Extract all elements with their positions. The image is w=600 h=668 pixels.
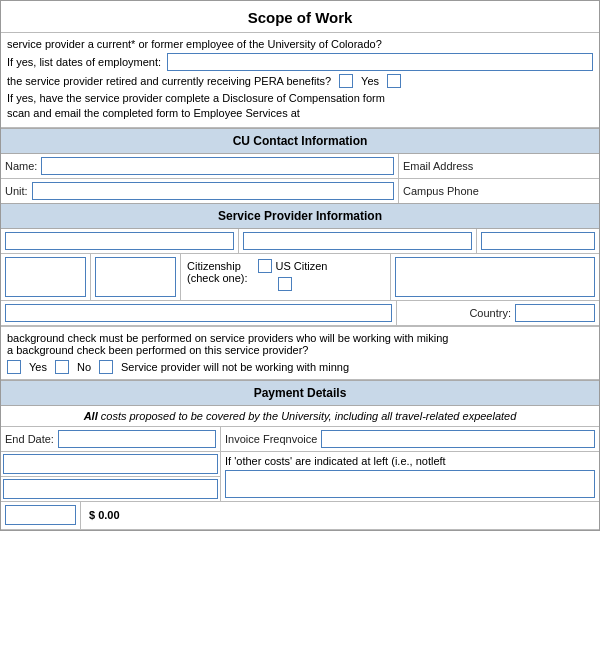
citizenship-inner: Citizenship (check one): US Citizen	[185, 257, 386, 291]
unit-row: Unit: Campus Phone	[1, 179, 599, 203]
end-date-input[interactable]	[58, 430, 216, 448]
payment-row3: $ 0.00	[1, 502, 599, 530]
sp-cell3	[477, 229, 599, 253]
bg-line1: background check must be performed on se…	[7, 332, 593, 344]
total-left	[1, 502, 81, 529]
payment-rest: costs proposed to be covered by the Univ…	[98, 410, 517, 422]
payment-all: All	[84, 410, 98, 422]
end-date-cell: End Date:	[1, 427, 221, 451]
bg-yes-label: Yes	[29, 361, 47, 373]
bg-checkboxes: Yes No Service provider will not be work…	[7, 360, 593, 374]
phone-label: Campus Phone	[403, 185, 479, 197]
phone-right: Campus Phone	[399, 182, 599, 200]
sp-input1[interactable]	[5, 232, 234, 250]
sp-row1	[1, 229, 599, 254]
disclosure-line1: If yes, have the service provider comple…	[7, 91, 593, 106]
pera-row: the service provider retired and current…	[7, 74, 593, 88]
unit-label: Unit:	[5, 185, 28, 197]
other-costs-input[interactable]	[225, 470, 595, 498]
employment-row: If yes, list dates of employment:	[7, 53, 593, 71]
sp-input-left2[interactable]	[95, 257, 176, 297]
bg-line2: a background check been performed on thi…	[7, 344, 593, 356]
invoice-cell: Invoice Freqnvoice	[221, 427, 599, 451]
sp-input-left[interactable]	[5, 257, 86, 297]
name-input[interactable]	[41, 157, 394, 175]
employment-date-input[interactable]	[167, 53, 593, 71]
us-citizen-checkbox[interactable]	[258, 259, 272, 273]
other-costs-label: If 'other costs' are indicated at left (…	[225, 455, 595, 467]
bg-yes-checkbox[interactable]	[7, 360, 21, 374]
citizenship-label: Citizenship	[187, 260, 248, 272]
us-citizen-label: US Citizen	[276, 260, 328, 272]
sp-row3-cell1	[1, 301, 397, 325]
payment-row2: If 'other costs' are indicated at left (…	[1, 452, 599, 502]
citizenship-check-label: (check one):	[187, 272, 248, 284]
name-label: Name:	[5, 160, 37, 172]
bg-not-working-label: Service provider will not be working wit…	[121, 361, 349, 373]
cu-contact-header: CU Contact Information	[1, 128, 599, 154]
payment-right: If 'other costs' are indicated at left (…	[221, 452, 599, 501]
sp-row3: Country:	[1, 301, 599, 326]
sp-cell-right	[391, 254, 600, 300]
sp-cell1	[1, 229, 239, 253]
name-left: Name:	[1, 154, 399, 178]
payment-left-top-input[interactable]	[3, 454, 218, 474]
country-label: Country:	[469, 307, 511, 319]
total-label: $ 0.00	[89, 509, 120, 521]
sp-row3-cell2: Country:	[397, 301, 599, 325]
employment-label: If yes, list dates of employment:	[7, 56, 161, 68]
unit-input[interactable]	[32, 182, 394, 200]
country-input[interactable]	[515, 304, 595, 322]
pera-checkbox[interactable]	[339, 74, 353, 88]
sp-input2[interactable]	[243, 232, 472, 250]
unit-left: Unit:	[1, 179, 399, 203]
payment-italic: All costs proposed to be covered by the …	[1, 406, 599, 427]
sp-input3[interactable]	[481, 232, 595, 250]
bg-no-label: No	[77, 361, 91, 373]
page-title: Scope of Work	[1, 1, 599, 32]
bg-not-working-checkbox[interactable]	[99, 360, 113, 374]
end-date-label: End Date:	[5, 433, 54, 445]
payment-left-bottom-input[interactable]	[3, 479, 218, 499]
citizenship-label-block: Citizenship (check one):	[185, 257, 250, 287]
sp-cell2	[239, 229, 477, 253]
sp-header: Service Provider Information	[1, 203, 599, 229]
pera-yes-label: Yes	[361, 75, 379, 87]
preamble-line1: service provider a current* or former em…	[7, 38, 593, 50]
sp-cell-left2	[91, 254, 181, 300]
payment-header: Payment Details	[1, 380, 599, 406]
other-citizen-row	[278, 277, 328, 291]
payment-row1: End Date: Invoice Freqnvoice	[1, 427, 599, 452]
email-label: Email Address	[403, 160, 473, 172]
sp-citizenship-cell: Citizenship (check one): US Citizen	[181, 254, 391, 300]
sp-row3-input1[interactable]	[5, 304, 392, 322]
citizenship-options: US Citizen	[258, 259, 328, 291]
sp-row2: Citizenship (check one): US Citizen	[1, 254, 599, 301]
sp-cell-left	[1, 254, 91, 300]
background-section: background check must be performed on se…	[1, 326, 599, 380]
invoice-input[interactable]	[321, 430, 595, 448]
invoice-label: Invoice Freqnvoice	[225, 433, 317, 445]
name-row: Name: Email Address	[1, 154, 599, 179]
page-container: Scope of Work service provider a current…	[0, 0, 600, 531]
email-right: Email Address	[399, 157, 599, 175]
payment-left	[1, 452, 221, 501]
payment-left-bottom	[1, 477, 220, 501]
payment-left-top	[1, 452, 220, 477]
total-left-input[interactable]	[5, 505, 76, 525]
total-value-cell: $ 0.00	[81, 502, 128, 529]
sp-input-right[interactable]	[395, 257, 596, 297]
us-citizen-row: US Citizen	[258, 259, 328, 273]
other-citizen-checkbox[interactable]	[278, 277, 292, 291]
pera-checkbox2[interactable]	[387, 74, 401, 88]
disclosure-line2: scan and email the completed form to Emp…	[7, 106, 593, 121]
pera-line: the service provider retired and current…	[7, 75, 331, 87]
bg-no-checkbox[interactable]	[55, 360, 69, 374]
preamble-section: service provider a current* or former em…	[1, 32, 599, 128]
disclosure-row: If yes, have the service provider comple…	[7, 91, 593, 122]
